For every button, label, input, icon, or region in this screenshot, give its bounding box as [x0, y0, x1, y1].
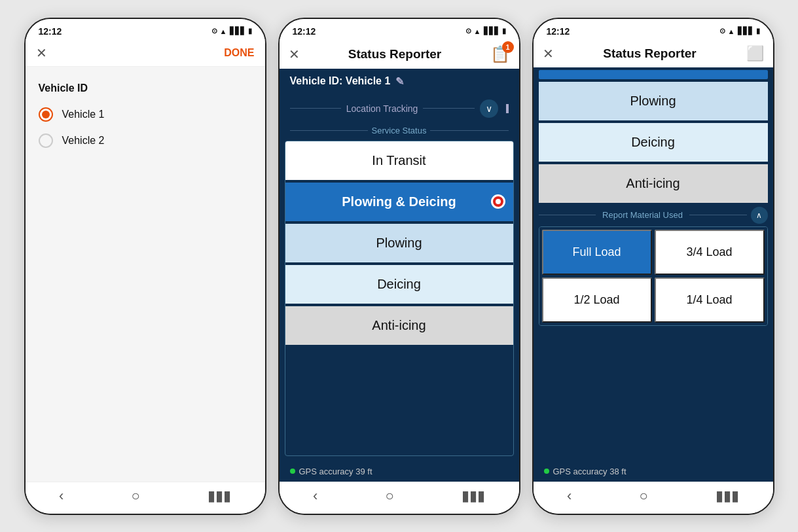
vehicle-id-text-2: Vehicle ID: Vehicle 1 — [290, 75, 391, 87]
rm-label-row: Report Material Used ∧ — [539, 203, 768, 226]
lt-line-left — [290, 108, 341, 109]
notif-count-2: 1 — [502, 41, 514, 53]
app-title-3: Status Reporter — [603, 46, 697, 61]
location-icon: ⊙ — [211, 27, 217, 35]
radio-circle-1[interactable] — [39, 107, 53, 122]
section-line-right — [430, 130, 508, 131]
recents-nav-2[interactable]: ▮▮▮ — [462, 488, 485, 505]
home-nav-2[interactable]: ○ — [386, 488, 394, 505]
status-icons-2: ⊙ ▲ ▋▋▋ ▮ — [465, 27, 506, 35]
radio-circle-2[interactable] — [39, 133, 53, 148]
signal-icon: ▋▋▋ — [230, 27, 245, 35]
wifi-icon-2: ▲ — [474, 27, 481, 35]
radio-vehicle-1[interactable]: Vehicle 1 — [39, 107, 252, 122]
battery-icon-3: ▮ — [756, 27, 760, 35]
report-material-label: Report Material Used — [600, 210, 685, 220]
plowing-deicing-btn[interactable]: Plowing & Deicing — [285, 183, 513, 221]
bottom-nav-2: ‹ ○ ▮▮▮ — [280, 482, 519, 514]
settings-icon-3[interactable]: ⬜ — [746, 45, 764, 62]
wifi-icon-3: ▲ — [728, 27, 735, 35]
battery-icon: ▮ — [248, 27, 252, 35]
close-button-2[interactable]: ✕ — [289, 46, 300, 62]
home-nav-1[interactable]: ○ — [132, 488, 140, 505]
nav-bar-1: ✕ DONE — [26, 40, 265, 67]
notification-badge-2[interactable]: 📋 1 — [490, 45, 510, 63]
location-icon-3: ⊙ — [719, 27, 725, 35]
bottom-nav-3: ‹ ○ ▮▮▮ — [534, 482, 773, 514]
radio-vehicle-2[interactable]: Vehicle 2 — [39, 133, 252, 148]
bottom-nav-1: ‹ ○ ▮▮▮ — [26, 482, 265, 514]
status-bar-2: 12:12 ⊙ ▲ ▋▋▋ ▮ — [280, 19, 519, 40]
top-status-area: Plowing Deicing Anti-icing — [534, 67, 773, 203]
service-status-section: Service Status In Transit Plowing & Deic… — [280, 123, 519, 461]
rm-line-right — [689, 215, 747, 215]
app-nav-2: ✕ Status Reporter 📋 1 — [280, 40, 519, 69]
time-3: 12:12 — [547, 26, 570, 37]
status-bar-3: 12:12 ⊙ ▲ ▋▋▋ ▮ — [534, 19, 773, 40]
full-load-btn[interactable]: Full Load — [542, 230, 652, 275]
location-tracking-chevron[interactable]: ∨ — [480, 99, 498, 118]
gps-bar-2: GPS accuracy 39 ft — [280, 461, 519, 482]
load-buttons-box: Full Load 3/4 Load 1/2 Load 1/4 Load — [539, 226, 768, 326]
location-tracking-row: Location Tracking ∨ — [280, 94, 519, 123]
load-grid: Full Load 3/4 Load 1/2 Load 1/4 Load — [539, 227, 767, 325]
back-nav-3[interactable]: ‹ — [567, 488, 571, 505]
plowing-btn[interactable]: Plowing — [285, 224, 513, 262]
done-button[interactable]: DONE — [224, 47, 254, 59]
section-line-left — [290, 130, 368, 131]
wifi-icon: ▲ — [220, 27, 227, 35]
vehicle-1-label: Vehicle 1 — [62, 109, 105, 120]
app-title-2: Status Reporter — [348, 47, 442, 62]
gps-dot-2 — [290, 469, 295, 474]
gps-accuracy-3: GPS accuracy 38 ft — [553, 467, 626, 476]
edit-icon-2[interactable]: ✎ — [395, 75, 404, 88]
lt-line-right — [423, 108, 474, 109]
rm-line-left — [539, 215, 596, 215]
lt-end-mark — [506, 104, 509, 113]
app-nav-3: ✕ Status Reporter ⬜ — [534, 40, 773, 67]
back-nav-2[interactable]: ‹ — [313, 488, 317, 505]
signal-icon-2: ▋▋▋ — [484, 27, 499, 35]
location-icon-2: ⊙ — [465, 27, 471, 35]
plowing-btn-3[interactable]: Plowing — [539, 82, 768, 120]
battery-icon-2: ▮ — [502, 27, 506, 35]
plowing-deicing-partial — [539, 70, 768, 79]
gps-bar-3: GPS accuracy 38 ft — [534, 461, 773, 482]
phone-2: 12:12 ⊙ ▲ ▋▋▋ ▮ ✕ Status Reporter 📋 1 Ve… — [278, 18, 520, 515]
deicing-btn-3[interactable]: Deicing — [539, 123, 768, 162]
status-icons-1: ⊙ ▲ ▋▋▋ ▮ — [211, 27, 252, 35]
recents-nav-3[interactable]: ▮▮▮ — [716, 488, 739, 505]
anti-icing-btn-3[interactable]: Anti-icing — [539, 164, 768, 203]
vehicle-2-label: Vehicle 2 — [62, 135, 105, 147]
vehicle-id-heading: Vehicle ID — [39, 82, 252, 94]
status-icons-3: ⊙ ▲ ▋▋▋ ▮ — [719, 27, 760, 35]
signal-icon-3: ▋▋▋ — [738, 27, 753, 35]
anti-icing-btn[interactable]: Anti-icing — [285, 306, 513, 345]
gps-dot-3 — [544, 469, 549, 474]
close-button-1[interactable]: ✕ — [36, 45, 47, 61]
three-quarter-load-btn[interactable]: 3/4 Load — [655, 230, 765, 275]
recents-nav-1[interactable]: ▮▮▮ — [208, 488, 231, 505]
vehicle-selection-content: Vehicle ID Vehicle 1 Vehicle 2 — [26, 67, 265, 482]
home-nav-3[interactable]: ○ — [640, 488, 648, 505]
quarter-load-btn[interactable]: 1/4 Load — [655, 277, 765, 323]
time-1: 12:12 — [39, 26, 62, 37]
time-2: 12:12 — [293, 26, 316, 37]
phone-3: 12:12 ⊙ ▲ ▋▋▋ ▮ ✕ Status Reporter ⬜ Plow… — [532, 18, 774, 515]
rm-chevron[interactable]: ∧ — [751, 207, 768, 224]
close-button-3[interactable]: ✕ — [543, 46, 554, 62]
service-status-label: Service Status — [368, 126, 431, 135]
back-nav-1[interactable]: ‹ — [59, 488, 63, 505]
active-indicator — [491, 194, 505, 209]
phone-1: 12:12 ⊙ ▲ ▋▋▋ ▮ ✕ DONE Vehicle ID Vehicl… — [24, 18, 266, 515]
report-material-section: Report Material Used ∧ Full Load 3/4 Loa… — [534, 203, 773, 461]
section-label-row: Service Status — [285, 123, 514, 138]
vehicle-id-row-2: Vehicle ID: Vehicle 1 ✎ — [290, 75, 405, 88]
half-load-btn[interactable]: 1/2 Load — [542, 277, 652, 323]
location-tracking-label: Location Tracking — [346, 103, 418, 114]
gps-accuracy-2: GPS accuracy 39 ft — [299, 467, 372, 476]
status-buttons-box: In Transit Plowing & Deicing Plowing Dei… — [285, 141, 514, 456]
in-transit-btn[interactable]: In Transit — [285, 141, 513, 180]
status-bar-1: 12:12 ⊙ ▲ ▋▋▋ ▮ — [26, 19, 265, 40]
deicing-btn[interactable]: Deicing — [285, 265, 513, 304]
